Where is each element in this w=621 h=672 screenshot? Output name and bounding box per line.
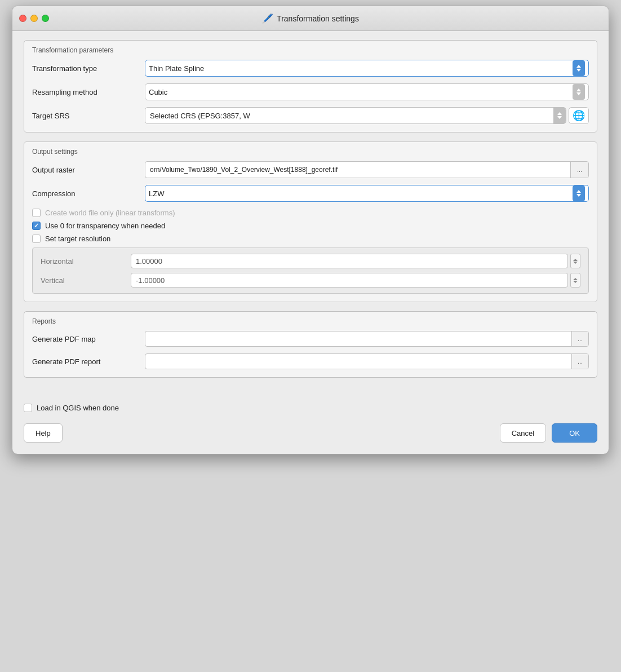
use-zero-transparency-label: Use 0 for transparency when needed (45, 222, 165, 230)
arrow-up-icon (576, 89, 581, 91)
vertical-spin[interactable] (570, 273, 580, 288)
compression-label: Compression (32, 189, 145, 198)
resolution-box: Horizontal Vertical (32, 247, 589, 294)
pdf-report-label: Generate PDF report (32, 357, 145, 366)
bottom-area: Load in QGIS when done Help Cancel OK (12, 398, 609, 454)
load-qgis-row: Load in QGIS when done (24, 404, 597, 412)
horizontal-spin[interactable] (570, 254, 580, 268)
transformation-params-section: Transformation parameters Transformation… (24, 40, 597, 132)
output-raster-control: orn/Volume_Two/1890_Vol_2_Overview_West[… (145, 161, 589, 178)
arrow-down-icon (576, 194, 581, 197)
ok-button[interactable]: OK (552, 423, 597, 443)
resampling-method-control: Cubic (145, 83, 589, 100)
minimize-button[interactable] (30, 15, 38, 22)
cancel-button[interactable]: Cancel (500, 423, 546, 443)
pdf-report-browse-button[interactable]: ... (571, 354, 588, 369)
set-target-resolution-row: Set target resolution (32, 235, 589, 243)
spin-down-icon[interactable] (573, 281, 578, 283)
resampling-method-value: Cubic (149, 88, 167, 96)
output-raster-input[interactable]: orn/Volume_Two/1890_Vol_2_Overview_West[… (145, 161, 589, 178)
vertical-label: Vertical (41, 276, 131, 285)
reports-title: Reports (32, 317, 589, 325)
output-raster-browse-button[interactable]: ... (570, 162, 588, 178)
target-srs-arrows[interactable] (553, 108, 566, 123)
create-world-file-label: Create world file only (linear transform… (45, 209, 175, 217)
pdf-report-row: Generate PDF report ... (32, 353, 589, 369)
vertical-input[interactable] (131, 273, 568, 288)
target-srs-input[interactable]: Selected CRS (EPSG:3857, W (145, 107, 566, 124)
titlebar-text: Transformation settings (277, 14, 359, 23)
transformation-type-control: Thin Plate Spline (145, 60, 589, 77)
titlebar-icon: 🖊️ (262, 13, 273, 24)
horizontal-control (131, 254, 580, 268)
arrow-down-icon (557, 116, 562, 119)
spin-down-icon[interactable] (573, 262, 578, 264)
resampling-method-arrows[interactable] (573, 84, 585, 100)
arrow-down-icon (576, 92, 581, 95)
output-settings-section: Output settings Output raster orn/Volume… (24, 142, 597, 302)
create-world-file-row: Create world file only (linear transform… (32, 209, 589, 217)
pdf-report-input[interactable]: ... (145, 353, 589, 369)
transformation-type-value: Thin Plate Spline (149, 64, 204, 73)
close-button[interactable] (19, 15, 26, 22)
pdf-map-input[interactable]: ... (145, 331, 589, 347)
output-raster-label: Output raster (32, 166, 145, 174)
crs-globe-button[interactable]: 🌐 (569, 107, 589, 124)
transformation-type-row: Transformation type Thin Plate Spline (32, 60, 589, 77)
main-content: Transformation parameters Transformation… (12, 31, 609, 398)
target-srs-row: Target SRS Selected CRS (EPSG:3857, W 🌐 (32, 107, 589, 124)
create-world-file-checkbox[interactable] (32, 209, 41, 217)
target-srs-label: Target SRS (32, 112, 145, 120)
arrow-down-icon (576, 69, 581, 72)
load-qgis-checkbox[interactable] (24, 404, 32, 412)
arrow-up-icon (576, 65, 581, 68)
compression-control: LZW (145, 185, 589, 202)
resampling-method-label: Resampling method (32, 88, 145, 96)
reports-section: Reports Generate PDF map ... Generate PD… (24, 311, 597, 378)
output-raster-row: Output raster orn/Volume_Two/1890_Vol_2_… (32, 161, 589, 178)
arrow-up-icon (557, 112, 562, 115)
btn-group-right: Cancel OK (500, 423, 597, 443)
horizontal-input[interactable] (131, 254, 568, 268)
spin-up-icon[interactable] (573, 259, 578, 261)
traffic-lights (19, 15, 49, 22)
arrow-up-icon (576, 190, 581, 193)
transformation-type-arrows[interactable] (573, 60, 585, 76)
buttons-row: Help Cancel OK (24, 423, 597, 443)
compression-arrows[interactable] (573, 185, 585, 201)
set-target-resolution-checkbox[interactable] (32, 235, 41, 243)
compression-row: Compression LZW (32, 185, 589, 202)
output-raster-value: orn/Volume_Two/1890_Vol_2_Overview_West[… (145, 166, 570, 174)
main-window: 🖊️ Transformation settings Transformatio… (12, 6, 609, 454)
target-srs-value: Selected CRS (EPSG:3857, W (145, 112, 553, 120)
pdf-map-label: Generate PDF map (32, 335, 145, 343)
titlebar-title: 🖊️ Transformation settings (262, 13, 359, 24)
use-zero-transparency-checkbox[interactable] (32, 222, 41, 230)
transformation-type-select[interactable]: Thin Plate Spline (145, 60, 589, 77)
vertical-control (131, 273, 580, 288)
load-qgis-label: Load in QGIS when done (37, 404, 119, 412)
pdf-map-row: Generate PDF map ... (32, 331, 589, 347)
help-button[interactable]: Help (24, 423, 63, 443)
spin-up-icon[interactable] (573, 278, 578, 280)
resampling-method-row: Resampling method Cubic (32, 83, 589, 100)
horizontal-row: Horizontal (41, 254, 580, 268)
set-target-resolution-label: Set target resolution (45, 235, 110, 243)
compression-value: LZW (149, 189, 164, 198)
transformation-params-title: Transformation parameters (32, 46, 589, 54)
resampling-method-select[interactable]: Cubic (145, 83, 589, 100)
titlebar: 🖊️ Transformation settings (12, 6, 609, 31)
compression-select[interactable]: LZW (145, 185, 589, 202)
pdf-map-browse-button[interactable]: ... (571, 331, 588, 346)
transformation-type-label: Transformation type (32, 64, 145, 73)
use-zero-transparency-row: Use 0 for transparency when needed (32, 222, 589, 230)
maximize-button[interactable] (42, 15, 49, 22)
horizontal-label: Horizontal (41, 257, 131, 266)
output-settings-title: Output settings (32, 148, 589, 156)
vertical-row: Vertical (41, 273, 580, 288)
target-srs-control: Selected CRS (EPSG:3857, W 🌐 (145, 107, 589, 124)
